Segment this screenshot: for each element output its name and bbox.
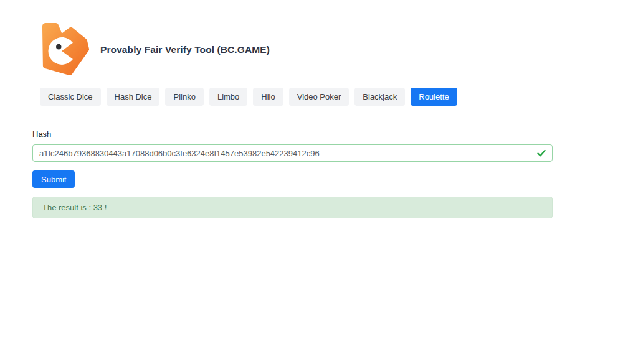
hash-label: Hash	[32, 129, 553, 139]
tab-roulette[interactable]: Roulette	[411, 88, 457, 106]
hash-input-wrap	[32, 144, 553, 162]
result-message: The result is : 33 !	[42, 203, 107, 212]
page-title: Provably Fair Verify Tool (BC.GAME)	[100, 44, 270, 55]
tab-classic-dice[interactable]: Classic Dice	[40, 88, 101, 106]
tab-video-poker[interactable]: Video Poker	[289, 88, 350, 106]
submit-button[interactable]: Submit	[32, 170, 75, 188]
header: Provably Fair Verify Tool (BC.GAME)	[0, 0, 623, 77]
logo-eye-dot	[56, 44, 62, 50]
page: Provably Fair Verify Tool (BC.GAME) Clas…	[0, 0, 623, 364]
tab-blackjack[interactable]: Blackjack	[354, 88, 405, 106]
bcgame-logo-icon	[40, 22, 89, 77]
result-alert: The result is : 33 !	[32, 197, 553, 218]
game-tabs: Classic DiceHash DicePlinkoLimboHiloVide…	[40, 88, 623, 106]
tab-limbo[interactable]: Limbo	[209, 88, 247, 106]
verify-form: Hash Submit The result is : 33 !	[32, 129, 553, 218]
hash-input[interactable]	[32, 144, 553, 162]
tab-hash-dice[interactable]: Hash Dice	[107, 88, 160, 106]
tab-plinko[interactable]: Plinko	[165, 88, 203, 106]
tab-hilo[interactable]: Hilo	[253, 88, 283, 106]
